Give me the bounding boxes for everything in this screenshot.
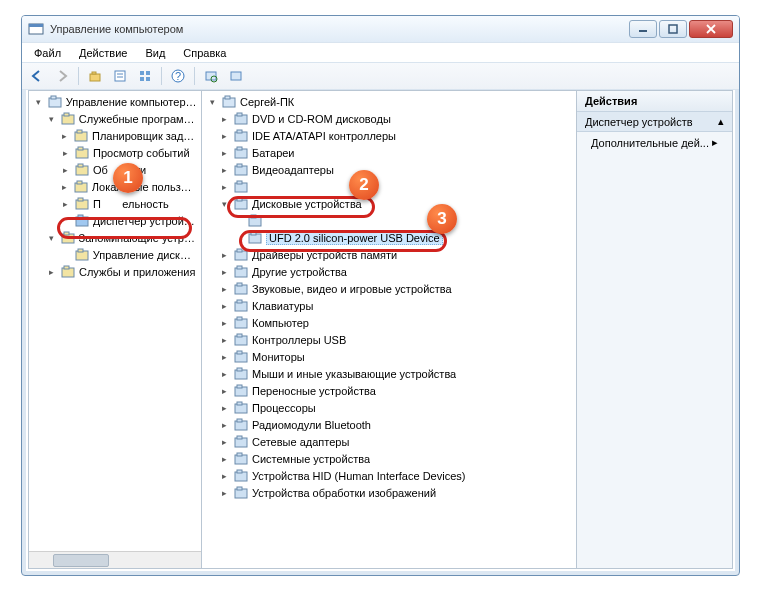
device-tree-item[interactable]: ▸DVD и CD-ROM дисководы — [202, 110, 576, 127]
expander-icon[interactable]: ▸ — [219, 402, 230, 413]
expander-icon[interactable]: ▾ — [219, 198, 230, 209]
svg-rect-59 — [251, 232, 256, 235]
device-tree-root[interactable]: ▾Сергей-ПК — [202, 93, 576, 110]
expander-icon[interactable]: ▸ — [219, 317, 230, 328]
tree-item[interactable]: ▸Службы и приложения — [29, 263, 201, 280]
device-tree-item[interactable]: ▸Батареи — [202, 144, 576, 161]
tree-root[interactable]: ▾Управление компьютером (л — [29, 93, 201, 110]
actions-section[interactable]: Диспетчер устройств ▴ — [577, 112, 732, 132]
svg-rect-73 — [237, 351, 242, 354]
svg-rect-21 — [51, 96, 56, 99]
device-tree-item[interactable]: ▸Мыши и иные указывающие устройства — [202, 365, 576, 382]
menu-action[interactable]: Действие — [71, 45, 135, 60]
expander-icon[interactable]: ▸ — [219, 453, 230, 464]
svg-rect-75 — [237, 368, 242, 371]
tree-item[interactable]: ▾Запоминающие устройс — [29, 229, 201, 246]
expander-icon[interactable]: ▾ — [46, 232, 57, 243]
device-tree-item[interactable]: ▸Мониторы — [202, 348, 576, 365]
device-tree-item[interactable]: ▸Контроллеры USB — [202, 331, 576, 348]
back-button[interactable] — [26, 65, 48, 87]
actions-section-label: Диспетчер устройств — [585, 116, 693, 128]
expander-icon[interactable]: ▸ — [219, 283, 230, 294]
tree-item[interactable]: ▸Планировщик заданий — [29, 127, 201, 144]
menu-view[interactable]: Вид — [137, 45, 173, 60]
menu-file[interactable]: Файл — [26, 45, 69, 60]
device-tree-item[interactable]: ▸Сетевые адаптеры — [202, 433, 576, 450]
expander-icon[interactable]: ▸ — [219, 266, 230, 277]
window-title: Управление компьютером — [50, 23, 629, 35]
device-tree-item[interactable]: ▸Системные устройства — [202, 450, 576, 467]
device-tree-item[interactable]: UFD 2.0 silicon-power USB Device — [202, 229, 576, 246]
expander-icon[interactable] — [233, 215, 244, 226]
tree-item[interactable]: ▸П ельность — [29, 195, 201, 212]
device-tree-item[interactable]: ▸Звуковые, видео и игровые устройства — [202, 280, 576, 297]
device-tree-item[interactable] — [202, 212, 576, 229]
device-tree-item[interactable]: ▸Устройства HID (Human Interface Devices… — [202, 467, 576, 484]
help-button[interactable]: ? — [167, 65, 189, 87]
expander-icon[interactable]: ▸ — [46, 266, 57, 277]
device-tree-item[interactable]: ▸Другие устройства — [202, 263, 576, 280]
expander-icon[interactable]: ▸ — [60, 181, 70, 192]
computer-icon — [221, 94, 237, 110]
svg-rect-33 — [78, 198, 83, 201]
menu-help[interactable]: Справка — [175, 45, 234, 60]
close-button[interactable] — [689, 20, 733, 38]
expander-icon[interactable]: ▸ — [219, 249, 230, 260]
svg-rect-67 — [237, 300, 242, 303]
device-tree-item[interactable]: ▸Переносные устройства — [202, 382, 576, 399]
tree-item[interactable]: ▾Служебные программы — [29, 110, 201, 127]
refresh-button[interactable] — [225, 65, 247, 87]
device-tree-item[interactable]: ▸Видеоадаптеры — [202, 161, 576, 178]
tree-label: Клавиатуры — [252, 300, 313, 312]
maximize-button[interactable] — [659, 20, 687, 38]
device-tree-item[interactable]: ▸Компьютер — [202, 314, 576, 331]
expander-icon[interactable]: ▸ — [219, 368, 230, 379]
device-tree-item[interactable]: ▸IDE ATA/ATAPI контроллеры — [202, 127, 576, 144]
scan-button[interactable] — [200, 65, 222, 87]
device-tree-item[interactable]: ▸Клавиатуры — [202, 297, 576, 314]
expander-icon[interactable]: ▸ — [60, 147, 71, 158]
up-button[interactable] — [84, 65, 106, 87]
device-tree-item[interactable]: ▸Радиомодули Bluetooth — [202, 416, 576, 433]
expander-icon[interactable]: ▸ — [219, 181, 230, 192]
expander-icon[interactable]: ▸ — [219, 419, 230, 430]
tree-item[interactable]: Управление дисками — [29, 246, 201, 263]
svg-rect-19 — [231, 72, 241, 80]
expander-icon[interactable]: ▸ — [219, 300, 230, 311]
folder-icon — [74, 196, 90, 212]
minimize-button[interactable] — [629, 20, 657, 38]
expander-icon[interactable] — [233, 232, 244, 243]
expander-icon[interactable]: ▸ — [60, 198, 71, 209]
forward-button[interactable] — [51, 65, 73, 87]
expander-icon[interactable]: ▸ — [219, 334, 230, 345]
device-tree-item[interactable]: ▸ — [202, 178, 576, 195]
expander-icon[interactable] — [60, 215, 71, 226]
expander-icon[interactable]: ▾ — [46, 113, 57, 124]
expander-icon[interactable]: ▸ — [60, 130, 70, 141]
collapse-icon: ▴ — [718, 115, 724, 128]
h-scrollbar[interactable] — [29, 551, 201, 568]
expander-icon[interactable]: ▸ — [219, 487, 230, 498]
expander-icon[interactable]: ▸ — [219, 130, 230, 141]
expander-icon[interactable]: ▸ — [219, 164, 230, 175]
expander-icon[interactable] — [60, 249, 71, 260]
device-tree-item[interactable]: ▾Дисковые устройства — [202, 195, 576, 212]
separator-icon — [161, 67, 162, 85]
properties-button[interactable] — [109, 65, 131, 87]
tiles-button[interactable] — [134, 65, 156, 87]
expander-icon[interactable]: ▸ — [219, 385, 230, 396]
expander-icon[interactable]: ▸ — [219, 470, 230, 481]
device-tree-item[interactable]: ▸Процессоры — [202, 399, 576, 416]
tree-item[interactable]: Диспетчер устройств — [29, 212, 201, 229]
expander-icon[interactable]: ▸ — [219, 113, 230, 124]
device-tree-item[interactable]: ▸Устройства обработки изображений — [202, 484, 576, 501]
device-tree-item[interactable]: ▸Драйверы устройств памяти — [202, 246, 576, 263]
expander-icon[interactable]: ▸ — [219, 147, 230, 158]
tree-label: Планировщик заданий — [92, 130, 197, 142]
expander-icon[interactable]: ▸ — [219, 436, 230, 447]
actions-more[interactable]: Дополнительные дей... ▸ — [577, 132, 732, 153]
expander-icon[interactable]: ▸ — [60, 164, 71, 175]
expander-icon[interactable]: ▸ — [219, 351, 230, 362]
device-icon — [233, 247, 249, 263]
tree-item[interactable]: ▸Просмотр событий — [29, 144, 201, 161]
